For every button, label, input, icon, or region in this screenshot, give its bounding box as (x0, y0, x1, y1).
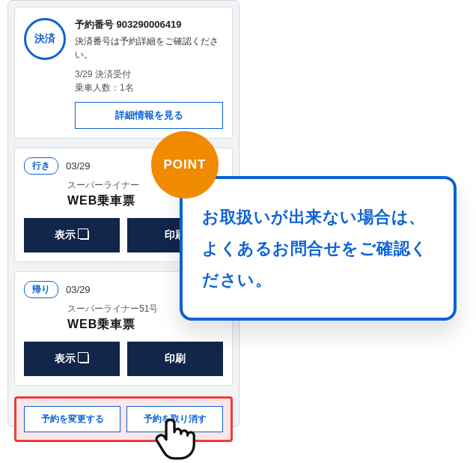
point-callout: お取扱いが出来ない場合は、よくあるお問合せをご確認ください。 (180, 176, 457, 321)
show-button[interactable]: 表示 (24, 218, 120, 252)
trip-date: 03/29 (66, 284, 91, 295)
point-badge: POINT (151, 131, 219, 199)
trip-tag-outbound: 行き (24, 157, 58, 175)
show-button-label: 表示 (55, 352, 76, 366)
detail-button[interactable]: 詳細情報を見る (75, 102, 223, 129)
print-button[interactable]: 印刷 (127, 342, 223, 376)
point-badge-label: POINT (164, 157, 207, 172)
trip-date: 03/29 (66, 160, 91, 172)
reservation-note: 決済番号は予約詳細をご確認ください。 (75, 34, 223, 61)
reservation-passengers: 乗車人数：1名 (75, 81, 223, 94)
copy-icon (80, 231, 89, 240)
hand-cursor-icon (148, 408, 201, 460)
trip-tag-return: 帰り (24, 281, 58, 298)
reservation-date-status: 3/29 決済受付 (75, 67, 223, 81)
reservation-card: 決済 予約番号 903290006419 決済番号は予約詳細をご確認ください。 … (14, 7, 233, 139)
reservation-info: 予約番号 903290006419 決済番号は予約詳細をご確認ください。 3/2… (75, 18, 223, 129)
status-badge: 決済 (24, 18, 66, 60)
change-reservation-button[interactable]: 予約を変更する (24, 406, 120, 432)
show-button-label: 表示 (55, 229, 76, 242)
reservation-number: 予約番号 903290006419 (75, 18, 223, 31)
print-button-label: 印刷 (165, 352, 186, 366)
reservation-header: 決済 予約番号 903290006419 決済番号は予約詳細をご確認ください。 … (24, 18, 223, 129)
callout-text: お取扱いが出来ない場合は、よくあるお問合せをご確認ください。 (202, 202, 434, 295)
trip-buttons: 表示 印刷 (24, 342, 223, 376)
status-label: 決済 (34, 32, 55, 46)
show-button[interactable]: 表示 (24, 342, 120, 376)
copy-icon (80, 354, 89, 363)
